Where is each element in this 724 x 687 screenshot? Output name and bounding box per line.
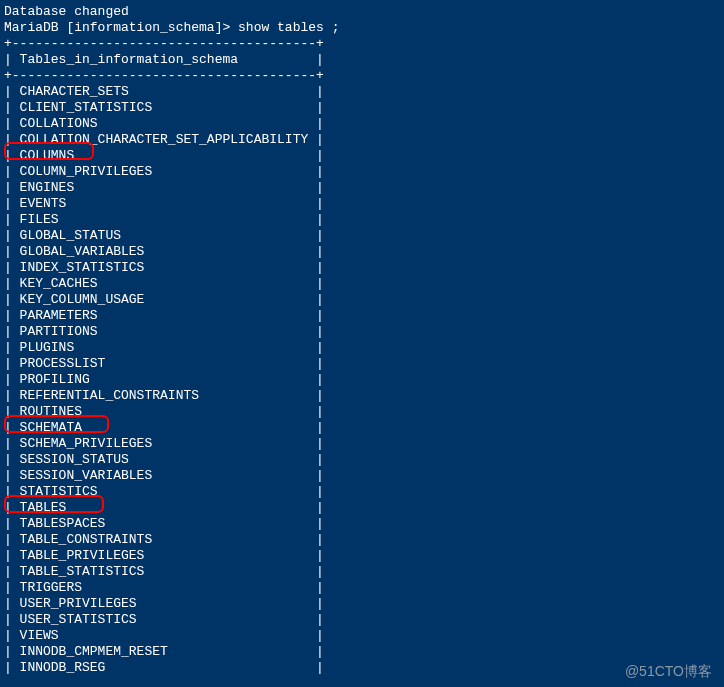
watermark-text: @51CTO博客 [625, 663, 712, 679]
table-row: | USER_STATISTICS | [4, 612, 720, 628]
table-row: | COLUMN_PRIVILEGES | [4, 164, 720, 180]
table-row: | PARTITIONS | [4, 324, 720, 340]
table-row: | ROUTINES | [4, 404, 720, 420]
table-row: | SCHEMA_PRIVILEGES | [4, 436, 720, 452]
command-text: show tables ; [238, 20, 339, 35]
table-row: | COLUMNS | [4, 148, 720, 164]
table-row: | STATISTICS | [4, 484, 720, 500]
table-row: | CLIENT_STATISTICS | [4, 100, 720, 116]
table-row: | VIEWS | [4, 628, 720, 644]
table-row: | INNODB_RSEG | [4, 660, 720, 676]
table-row: | COLLATIONS | [4, 116, 720, 132]
table-row: | USER_PRIVILEGES | [4, 596, 720, 612]
table-row: | KEY_COLUMN_USAGE | [4, 292, 720, 308]
table-border-top: +---------------------------------------… [4, 36, 720, 52]
table-row: | KEY_CACHES | [4, 276, 720, 292]
table-row: | EVENTS | [4, 196, 720, 212]
table-row: | SESSION_STATUS | [4, 452, 720, 468]
table-row: | SCHEMATA | [4, 420, 720, 436]
table-row: | PARAMETERS | [4, 308, 720, 324]
table-row: | TABLE_CONSTRAINTS | [4, 532, 720, 548]
prompt-command-line[interactable]: MariaDB [information_schema]> show table… [4, 20, 720, 36]
table-row: | GLOBAL_VARIABLES | [4, 244, 720, 260]
table-row: | TABLE_PRIVILEGES | [4, 548, 720, 564]
table-row: | ENGINES | [4, 180, 720, 196]
table-row: | PROCESSLIST | [4, 356, 720, 372]
table-row: | FILES | [4, 212, 720, 228]
table-row: | GLOBAL_STATUS | [4, 228, 720, 244]
status-line: Database changed [4, 4, 720, 20]
table-row: | INDEX_STATISTICS | [4, 260, 720, 276]
table-border-mid: +---------------------------------------… [4, 68, 720, 84]
table-row: | REFERENTIAL_CONSTRAINTS | [4, 388, 720, 404]
table-row: | TABLE_STATISTICS | [4, 564, 720, 580]
table-row: | PLUGINS | [4, 340, 720, 356]
prompt-text: MariaDB [information_schema]> [4, 20, 238, 35]
table-row: | SESSION_VARIABLES | [4, 468, 720, 484]
table-row: | PROFILING | [4, 372, 720, 388]
table-row: | TABLES | [4, 500, 720, 516]
table-row: | INNODB_CMPMEM_RESET | [4, 644, 720, 660]
table-row: | TABLESPACES | [4, 516, 720, 532]
table-row: | CHARACTER_SETS | [4, 84, 720, 100]
table-row: | COLLATION_CHARACTER_SET_APPLICABILITY … [4, 132, 720, 148]
table-row: | TRIGGERS | [4, 580, 720, 596]
table-header-row: | Tables_in_information_schema | [4, 52, 720, 68]
